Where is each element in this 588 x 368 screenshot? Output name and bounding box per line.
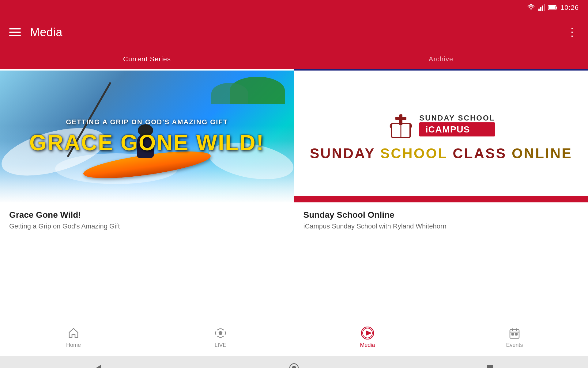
tab-current-series[interactable]: Current Series (0, 49, 294, 71)
nav-home[interactable]: Home (0, 327, 147, 348)
ss-logo-text-right: SUNDAY SCHOOL iCAMPUS (419, 114, 495, 136)
ss-logo-top: SUNDAY SCHOOL iCAMPUS (387, 111, 495, 139)
hamburger-menu-button[interactable] (9, 28, 21, 36)
grace-overlay-title: GRACE GONE WILD! (29, 131, 265, 155)
svg-rect-0 (538, 9, 540, 11)
card-ss-title: Sunday School Online (303, 210, 579, 220)
battery-icon (548, 5, 557, 10)
ss-school-word: SCHOOL (380, 145, 453, 162)
ss-sunday-school-label: SUNDAY SCHOOL (419, 114, 495, 122)
svg-rect-15 (510, 330, 519, 338)
nav-home-label: Home (66, 342, 81, 348)
svg-rect-19 (512, 333, 514, 335)
ss-logo-container: SUNDAY SCHOOL iCAMPUS SUNDAY SCHOOL CLAS… (310, 111, 572, 162)
nav-media[interactable]: Media (294, 327, 441, 348)
nav-live[interactable]: LIVE (147, 327, 294, 348)
status-bar: 10:26 (0, 0, 588, 15)
nav-events-label: Events (506, 342, 523, 348)
svg-point-11 (219, 332, 222, 335)
content-area: Getting a Grip on God's Amazing Gift GRA… (0, 71, 588, 319)
ss-scene-bg: SUNDAY SCHOOL iCAMPUS SUNDAY SCHOOL CLAS… (294, 71, 588, 202)
events-icon (508, 327, 521, 339)
svg-rect-3 (544, 4, 545, 11)
tab-archive[interactable]: Archive (294, 49, 588, 69)
ss-sunday-word: SUNDAY (310, 145, 380, 162)
card-sunday-school[interactable]: SUNDAY SCHOOL iCAMPUS SUNDAY SCHOOL CLAS… (294, 71, 588, 319)
svg-point-23 (292, 366, 296, 368)
ss-bottom-text-container: SUNDAY SCHOOL CLASS ONLINE (310, 145, 572, 162)
home-icon (67, 327, 80, 339)
ss-church-icon (387, 111, 415, 139)
card-ss-subtitle: iCampus Sunday School with Ryland Whiteh… (303, 222, 579, 230)
card-grace-title: Grace Gone Wild! (9, 210, 285, 220)
app-bar-left: Media (9, 26, 62, 39)
system-nav-bar (0, 356, 588, 368)
svg-rect-2 (542, 6, 543, 11)
more-options-button[interactable]: ⋮ (567, 27, 579, 38)
card-ss-image: SUNDAY SCHOOL iCAMPUS SUNDAY SCHOOL CLAS… (294, 71, 588, 202)
status-icons: 10:26 (527, 4, 579, 12)
media-icon (361, 327, 374, 339)
card-grace-info: Grace Gone Wild! Getting a Grip on God's… (0, 202, 294, 319)
app-bar: Media ⋮ (0, 15, 588, 49)
ss-class-word: CLASS (453, 145, 512, 162)
svg-rect-20 (515, 333, 517, 335)
nav-events[interactable]: Events (441, 327, 588, 348)
system-home-button[interactable] (286, 360, 302, 368)
live-icon (214, 327, 227, 339)
signal-icon (538, 4, 545, 11)
system-recent-button[interactable] (482, 360, 498, 368)
card-ss-info: Sunday School Online iCampus Sunday Scho… (294, 202, 588, 319)
bottom-nav: Home LIVE Media (0, 319, 588, 356)
svg-rect-6 (549, 6, 556, 9)
system-back-button[interactable] (90, 360, 106, 368)
card-grace-overlay: Getting a Grip on God's Amazing Gift GRA… (0, 71, 294, 202)
card-grace-subtitle: Getting a Grip on God's Amazing Gift (9, 222, 285, 230)
app-title: Media (30, 26, 62, 39)
nav-live-label: LIVE (214, 342, 226, 348)
card-grace-image: Getting a Grip on God's Amazing Gift GRA… (0, 71, 294, 202)
card-grace-gone-wild[interactable]: Getting a Grip on God's Amazing Gift GRA… (0, 71, 294, 319)
tab-bar: Current Series Archive (0, 49, 588, 71)
svg-rect-10 (395, 117, 406, 120)
ss-icampus-badge: iCAMPUS (419, 122, 495, 136)
svg-rect-24 (487, 365, 493, 368)
status-time: 10:26 (560, 4, 579, 12)
grace-overlay-subtitle: Getting a Grip on God's Amazing Gift (66, 118, 228, 126)
svg-marker-14 (366, 331, 371, 335)
svg-rect-1 (540, 7, 541, 11)
svg-rect-5 (556, 7, 557, 9)
wifi-icon (527, 4, 535, 11)
nav-media-label: Media (360, 342, 375, 348)
ss-online-word: ONLINE (512, 145, 572, 162)
svg-marker-21 (96, 365, 101, 368)
